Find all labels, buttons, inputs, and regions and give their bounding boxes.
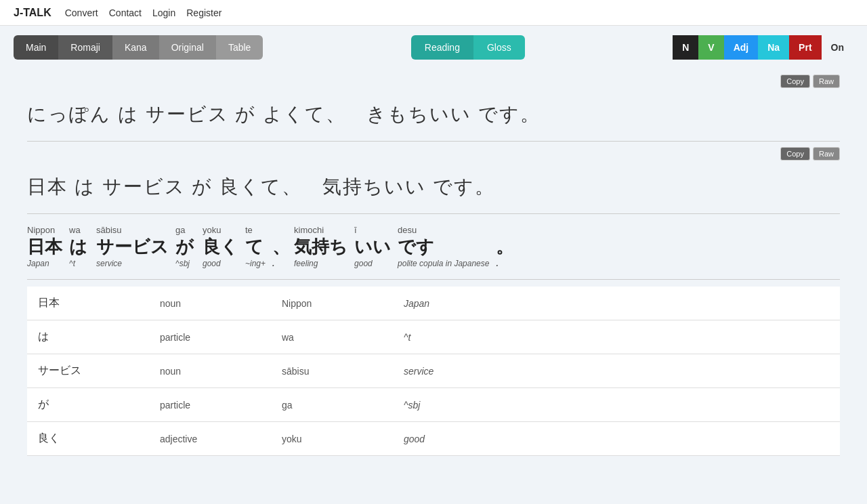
vocab-type: particle: [149, 320, 271, 354]
vocab-word: は: [27, 320, 149, 354]
gloss-romaji-desu: desu: [398, 225, 417, 235]
vocab-word: が: [27, 388, 149, 422]
gloss-word-nihon: Nippon 日本 Japan: [27, 225, 62, 268]
raw-button-1[interactable]: Raw: [813, 75, 840, 88]
gloss-romaji-comma: [272, 225, 275, 235]
gloss-kanji-ii: いい: [354, 235, 391, 259]
raw-button-2[interactable]: Raw: [813, 147, 840, 161]
gloss-kanji-yoku: 良く: [203, 235, 238, 259]
brand-logo: J-TALK: [14, 7, 51, 19]
gloss-kanji-kimochi: 気持ち: [294, 235, 347, 259]
vocab-meaning: good: [393, 422, 840, 456]
nav-convert[interactable]: Convert: [65, 7, 98, 18]
vocab-type: noun: [149, 354, 271, 388]
nav-links: Convert Contact Login Register: [65, 7, 222, 18]
pos-adj-button[interactable]: Adj: [724, 35, 759, 60]
vocab-meaning: service: [393, 354, 840, 388]
vocab-romaji: yoku: [271, 422, 393, 456]
gloss-romaji-yoku: yoku: [203, 225, 221, 235]
gloss-punct-comma: 、 .: [272, 225, 290, 268]
gloss-word-ii: ī いい good: [354, 225, 391, 268]
pos-verb-button[interactable]: V: [698, 35, 723, 60]
gloss-kanji-wa: は: [69, 235, 87, 259]
tab-kana[interactable]: Kana: [112, 35, 159, 60]
vocab-meaning: ^sbj: [393, 388, 840, 422]
vocab-romaji: wa: [271, 320, 393, 354]
gloss-romaji-nihon: Nippon: [27, 225, 55, 235]
gloss-word-wa: wa は ^t: [69, 225, 89, 268]
copy-raw-bar-1: Copy Raw: [27, 69, 840, 91]
kana-sentence: にっぽん は サービス が よくて、 きもちいい です。: [27, 91, 840, 142]
gloss-kanji-ga: が: [175, 235, 194, 259]
vocab-word: サービス: [27, 354, 149, 388]
table-row: 日本 noun Nippon Japan: [27, 287, 840, 320]
vocab-word: 日本: [27, 287, 149, 320]
tab-reading[interactable]: Reading: [411, 35, 473, 60]
nav-register[interactable]: Register: [186, 7, 221, 18]
vocab-word: 良く: [27, 422, 149, 456]
gloss-word-desu: desu です polite copula in Japanese: [398, 225, 489, 268]
gloss-meaning-period: .: [496, 259, 498, 268]
copy-button-2[interactable]: Copy: [780, 147, 810, 161]
vocab-type: particle: [149, 388, 271, 422]
reading-gloss-group: Reading Gloss: [411, 35, 525, 60]
tab-original[interactable]: Original: [159, 35, 216, 60]
gloss-meaning-nihon: Japan: [27, 259, 49, 268]
gloss-romaji-te: te: [245, 225, 253, 235]
gloss-romaji-kimochi: kimochi: [294, 225, 324, 235]
gloss-kanji-service: サービス: [96, 235, 169, 259]
gloss-meaning-comma: .: [272, 259, 274, 268]
tab-gloss[interactable]: Gloss: [473, 35, 525, 60]
pos-prt-button[interactable]: Prt: [789, 35, 821, 60]
vocab-type: noun: [149, 287, 271, 320]
table-row: が particle ga ^sbj: [27, 388, 840, 422]
main-content: Copy Raw にっぽん は サービス が よくて、 きもちいい です。 Co…: [0, 69, 867, 456]
kanji-sentence: 日本 は サービス が 良くて、 気持ちいい です。: [27, 163, 840, 214]
gloss-kanji-period: 。: [496, 235, 513, 259]
gloss-romaji-period: [496, 225, 499, 235]
copy-button-1[interactable]: Copy: [780, 75, 810, 88]
vocab-romaji: sābisu: [271, 354, 393, 388]
copy-raw-bar-2: Copy Raw: [27, 142, 840, 163]
gloss-romaji-ii: ī: [354, 225, 357, 235]
pos-na-button[interactable]: Na: [758, 35, 789, 60]
gloss-words-row: Nippon 日本 Japan wa は ^t sābisu サービス serv…: [27, 225, 840, 268]
gloss-punct-period: 。 .: [496, 225, 513, 268]
pos-tag-group: N V Adj Na Prt On: [673, 35, 853, 60]
gloss-romaji-service: sābisu: [96, 225, 122, 235]
tab-romaji[interactable]: Romaji: [58, 35, 112, 60]
tab-table[interactable]: Table: [216, 35, 263, 60]
pos-on-toggle[interactable]: On: [822, 35, 853, 60]
gloss-meaning-wa: ^t: [69, 259, 75, 268]
gloss-kanji-te: て: [245, 235, 263, 259]
gloss-word-kimochi: kimochi 気持ち feeling: [294, 225, 347, 268]
gloss-meaning-te: ~ing+: [245, 259, 266, 268]
tab-main[interactable]: Main: [14, 35, 58, 60]
gloss-kanji-comma: 、: [272, 235, 290, 259]
vocab-table: 日本 noun Nippon Japan は particle wa ^t サー…: [27, 287, 840, 456]
vocab-type: adjective: [149, 422, 271, 456]
gloss-kanji-desu: です: [398, 235, 434, 259]
table-row: は particle wa ^t: [27, 320, 840, 354]
main-tab-group: Main Romaji Kana Original Table: [14, 35, 263, 60]
gloss-section: Nippon 日本 Japan wa は ^t sābisu サービス serv…: [27, 214, 840, 280]
gloss-meaning-desu: polite copula in Japanese: [398, 259, 489, 268]
gloss-romaji-ga: ga: [175, 225, 185, 235]
gloss-meaning-ii: good: [354, 259, 373, 268]
navbar: J-TALK Convert Contact Login Register: [0, 0, 867, 26]
table-row: 良く adjective yoku good: [27, 422, 840, 456]
nav-login[interactable]: Login: [152, 7, 175, 18]
gloss-kanji-nihon: 日本: [27, 235, 62, 259]
pos-noun-button[interactable]: N: [673, 35, 698, 60]
nav-contact[interactable]: Contact: [109, 7, 142, 18]
tab-section: Main Romaji Kana Original Table Reading …: [0, 26, 867, 69]
gloss-meaning-ga: ^sbj: [175, 259, 190, 268]
gloss-word-ga: ga が ^sbj: [175, 225, 196, 268]
gloss-meaning-yoku: good: [203, 259, 221, 268]
gloss-meaning-kimochi: feeling: [294, 259, 318, 268]
gloss-meaning-service: service: [96, 259, 122, 268]
vocab-meaning: ^t: [393, 320, 840, 354]
vocab-romaji: Nippon: [271, 287, 393, 320]
vocab-romaji: ga: [271, 388, 393, 422]
vocab-meaning: Japan: [393, 287, 840, 320]
